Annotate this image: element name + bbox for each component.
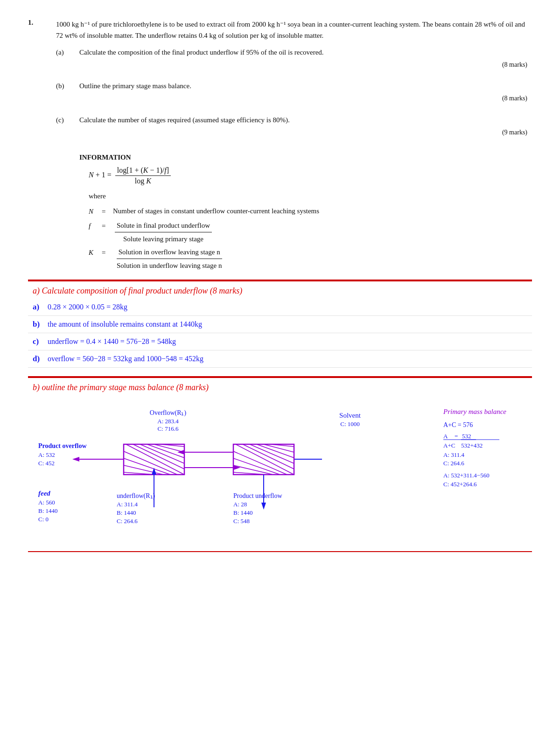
- feed-label: feed: [38, 490, 50, 497]
- product-overflow-c: C: 452: [38, 460, 55, 467]
- answer-a-section: a) 0.28 × 2000 × 0.05 = 28kg b) the amou…: [28, 299, 532, 368]
- answer-a-line-b: b) the amount of insoluble remains const…: [28, 316, 532, 333]
- overflow-r1-label: Overflow(R₁): [150, 409, 187, 417]
- sub-question-a: (a) Calculate the composition of the fin…: [56, 47, 532, 75]
- def-eq-k: =: [102, 246, 109, 259]
- product-underflow-b: B: 1440: [233, 509, 253, 516]
- def-n: N = Number of stages in constant underfl…: [89, 205, 532, 218]
- answer-a-label-a: a): [33, 302, 48, 312]
- primary-532-den: 532+432: [461, 442, 483, 449]
- marks-a: (8 marks): [79, 60, 532, 70]
- answer-a-line-c: c) underflow = 0.4 × 1440 = 576−28 = 548…: [28, 333, 532, 350]
- sub-text-c: Calculate the number of stages required …: [79, 114, 532, 142]
- def-var-f: f: [89, 220, 98, 232]
- primary-a-val: A: 311.4: [443, 451, 465, 458]
- k-den: Solution in underflow leaving stage n: [115, 259, 224, 271]
- formula-fraction: log[1 + (K − 1)/f] log K: [115, 166, 171, 185]
- info-title: INFORMATION: [79, 154, 532, 161]
- def-val-n: Number of stages in constant underflow c…: [113, 205, 532, 217]
- f-fraction: Solute in final product underflow Solute…: [115, 220, 212, 245]
- underflow-r1-label: underflow(R₁): [117, 492, 155, 500]
- primary-a-label: A: [443, 433, 448, 440]
- solvent-label: Solvent: [339, 412, 361, 419]
- product-overflow-label: Product overflow: [38, 442, 87, 449]
- marks-c: (9 marks): [79, 127, 532, 138]
- overflow-c-label: C: 716.6: [158, 425, 179, 432]
- answer-a-line-a: a) 0.28 × 2000 × 0.05 = 28kg: [28, 299, 532, 316]
- def-k: K = Solution in overflow leaving stage n…: [89, 246, 532, 271]
- answer-a-label-b: b): [33, 320, 48, 329]
- feed-a: A: 560: [38, 499, 55, 506]
- overflow-a-label: A: 283.4: [157, 418, 179, 425]
- sub-a-text: Calculate the composition of the final p…: [79, 49, 324, 56]
- product-underflow-a: A: 28: [233, 501, 247, 508]
- where-label: where: [89, 190, 532, 203]
- question-number: 1.: [28, 19, 47, 144]
- f-num: Solute in final product underflow: [115, 220, 212, 232]
- primary-532-num: 532: [462, 433, 471, 440]
- where-block: where N = Number of stages in constant u…: [89, 190, 532, 271]
- solvent-c-label: C: 1000: [340, 420, 360, 427]
- primary-eq1: A+C = 576: [443, 421, 473, 428]
- k-num: Solution in overflow leaving stage n: [117, 246, 222, 259]
- question-block: 1. 1000 kg h⁻¹ of pure trichloroethylene…: [28, 19, 532, 144]
- primary-c-eq: C: 452+264.6: [443, 481, 477, 488]
- answer-b-header-text: b) outline the primary stage mass balanc…: [33, 383, 209, 392]
- def-f: f = Solute in final product underflow So…: [89, 220, 532, 245]
- primary-label: Primary mass balance: [443, 408, 506, 415]
- product-underflow-c: C: 548: [233, 518, 250, 525]
- answer-b-header: b) outline the primary stage mass balanc…: [28, 377, 532, 395]
- answer-a-text-a: 0.28 × 2000 × 0.05 = 28kg: [48, 303, 527, 311]
- left-arrow: [72, 457, 79, 462]
- question-main-text: 1000 kg h⁻¹ of pure trichloroethylene is…: [56, 19, 532, 144]
- def-eq-f: =: [102, 220, 109, 232]
- def-eq-n: =: [102, 205, 109, 218]
- diagram-svg: Overflow(R₁) A: 283.4 C: 716.6 Solvent C…: [33, 405, 527, 540]
- def-val-f: Solute in final product underflow Solute…: [113, 220, 532, 245]
- bottom-divider: [28, 551, 532, 552]
- marks-b: (8 marks): [79, 93, 532, 104]
- answer-a-text-b: the amount of insoluble remains constant…: [48, 320, 527, 329]
- formula-numerator: log[1 + (K − 1)/f]: [115, 166, 171, 176]
- underflow-arrow: [261, 503, 266, 510]
- answer-a-label-d: d): [33, 354, 48, 364]
- answer-a-label-c: c): [33, 337, 48, 346]
- answer-a-text-d: overflow = 560−28 = 532kg and 1000−548 =…: [48, 355, 527, 363]
- sub-label-b: (b): [56, 80, 70, 108]
- product-underflow-label: Product underflow: [233, 492, 282, 499]
- f-den: Solute leaving primary stage: [121, 232, 205, 245]
- def-val-k: Solution in overflow leaving stage n Sol…: [113, 246, 532, 271]
- diagram-section: Overflow(R₁) A: 283.4 C: 716.6 Solvent C…: [28, 400, 532, 546]
- k-fraction: Solution in overflow leaving stage n Sol…: [115, 246, 224, 271]
- answer-a-text-c: underflow = 0.4 × 1440 = 576−28 = 548kg: [48, 337, 527, 346]
- answer-a-line-d: d) overflow = 560−28 = 532kg and 1000−54…: [28, 350, 532, 368]
- product-overflow-a: A: 532: [38, 451, 55, 458]
- underflow-r1-a: A: 311.4: [117, 501, 138, 508]
- primary-apc-label: A+C: [443, 442, 455, 449]
- primary-c-val: C: 264.6: [443, 460, 464, 467]
- def-var-n: N: [89, 205, 98, 218]
- formula-denominator: log K: [133, 176, 153, 185]
- sub-c-text: Calculate the number of stages required …: [79, 116, 290, 124]
- underflow-r1-b: B: 1440: [117, 509, 136, 516]
- question-body: 1000 kg h⁻¹ of pure trichloroethylene is…: [56, 21, 525, 39]
- sub-text-a: Calculate the composition of the final p…: [79, 47, 532, 75]
- primary-eq-sign: =: [455, 433, 458, 440]
- feed-c: C: 0: [38, 516, 49, 523]
- sub-label-a: (a): [56, 47, 70, 75]
- underflow-r1-c: C: 264.6: [117, 518, 138, 525]
- def-var-k: K: [89, 246, 98, 259]
- formula-block: N + 1 = log[1 + (K − 1)/f] log K: [89, 166, 532, 185]
- answer-a-header-text: a) Calculate composition of final produc…: [33, 286, 242, 295]
- sub-b-text: Outline the primary stage mass balance.: [79, 82, 191, 90]
- information-section: INFORMATION N + 1 = log[1 + (K − 1)/f] l…: [79, 154, 532, 271]
- sub-text-b: Outline the primary stage mass balance. …: [79, 80, 532, 108]
- sub-question-b: (b) Outline the primary stage mass balan…: [56, 80, 532, 108]
- primary-a-eq: A: 532+311.4−560: [443, 472, 490, 479]
- sub-question-c: (c) Calculate the number of stages requi…: [56, 114, 532, 142]
- answer-a-header: a) Calculate composition of final produc…: [28, 280, 532, 299]
- feed-b: B: 1440: [38, 507, 58, 514]
- sub-label-c: (c): [56, 114, 70, 142]
